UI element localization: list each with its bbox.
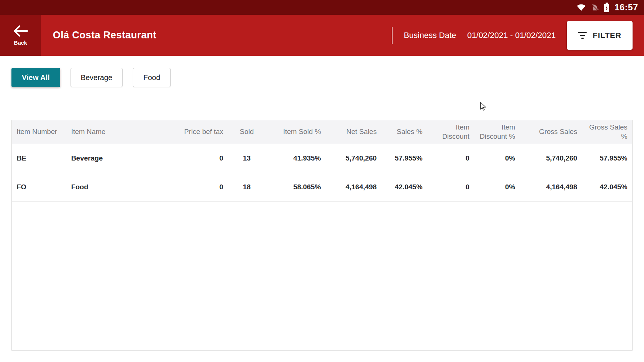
back-arrow-icon — [13, 25, 29, 39]
column-header: Gross Sales % — [582, 120, 632, 144]
column-header: Item Name — [66, 120, 172, 144]
column-header: Item Number — [12, 120, 66, 144]
table-cell: 4,164,498 — [520, 173, 582, 201]
column-header: Gross Sales — [520, 120, 582, 144]
sales-table: Item NumberItem NamePrice bef taxSoldIte… — [12, 120, 632, 202]
table-cell: 58.065% — [266, 173, 326, 201]
table-cell: Beverage — [66, 144, 172, 173]
table-cell: 42.045% — [582, 173, 632, 201]
back-button-label: Back — [14, 39, 27, 46]
table-cell: 0% — [474, 144, 520, 173]
filter-chip-food[interactable]: Food — [133, 68, 171, 87]
column-header: Sold — [228, 120, 266, 144]
business-date-range: 01/02/2021 - 01/02/2021 — [467, 31, 556, 40]
table-cell: 5,740,260 — [520, 144, 582, 173]
wifi-icon — [576, 3, 586, 11]
table-cell: 0 — [427, 173, 474, 201]
table-cell: BE — [12, 144, 66, 173]
filter-button[interactable]: FILTER — [567, 21, 633, 50]
table-cell: 42.045% — [381, 173, 427, 201]
sales-table-card: Item NumberItem NamePrice bef taxSoldIte… — [11, 120, 633, 351]
table-body: BEBeverage01341.935%5,740,26057.955%00%5… — [12, 144, 632, 201]
table-cell: 4,164,498 — [326, 173, 381, 201]
table-cell: FO — [12, 173, 66, 201]
table-cell: 41.935% — [266, 144, 326, 173]
column-header: Item Discount — [427, 120, 474, 144]
table-cell: 57.955% — [582, 144, 632, 173]
column-header: Item Discount % — [474, 120, 520, 144]
page-title: Olá Costa Restaurant — [53, 30, 157, 41]
column-header: Net Sales — [326, 120, 381, 144]
table-head-row: Item NumberItem NamePrice bef taxSoldIte… — [12, 120, 632, 144]
table-row[interactable]: BEBeverage01341.935%5,740,26057.955%00%5… — [12, 144, 632, 173]
column-header: Price bef tax — [172, 120, 228, 144]
table-cell: 0 — [172, 173, 228, 201]
app-bar: Back Olá Costa Restaurant Business Date … — [0, 15, 644, 56]
table-cell: 5,740,260 — [326, 144, 381, 173]
table-cell: 0% — [474, 173, 520, 201]
table-cell: Food — [66, 173, 172, 201]
table-cell: 0 — [427, 144, 474, 173]
column-header: Sales % — [381, 120, 427, 144]
header-divider — [392, 27, 393, 44]
table-cell: 0 — [172, 144, 228, 173]
filter-chip-view-all[interactable]: View All — [11, 68, 60, 87]
back-button[interactable]: Back — [0, 15, 41, 56]
table-cell: 18 — [228, 173, 266, 201]
status-bar: 16:57 — [0, 0, 644, 15]
table-cell: 13 — [228, 144, 266, 173]
filter-button-label: FILTER — [593, 31, 621, 40]
filter-icon — [578, 32, 587, 39]
battery-charging-icon — [604, 3, 610, 12]
business-date-label: Business Date — [404, 31, 456, 40]
app-bar-right: Business Date 01/02/2021 - 01/02/2021 FI… — [392, 15, 644, 56]
category-filter-bar: View All Beverage Food — [0, 56, 644, 87]
mouse-cursor — [480, 102, 487, 113]
no-sim-icon — [591, 3, 599, 11]
column-header: Item Sold % — [266, 120, 326, 144]
table-cell: 57.955% — [381, 144, 427, 173]
filter-chip-beverage[interactable]: Beverage — [71, 68, 123, 87]
table-row[interactable]: FOFood01858.065%4,164,49842.045%00%4,164… — [12, 173, 632, 201]
status-time: 16:57 — [614, 2, 638, 13]
